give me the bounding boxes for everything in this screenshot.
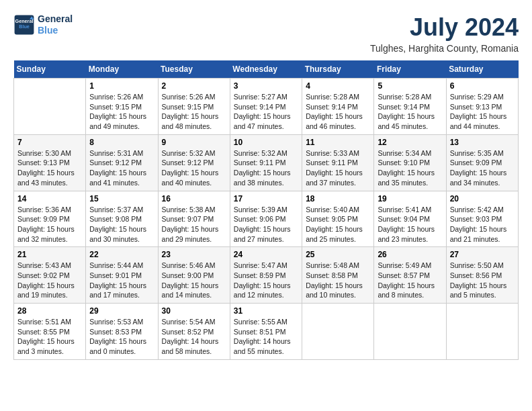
day-info: Sunrise: 5:46 AM Sunset: 9:00 PM Dayligh…	[162, 261, 226, 300]
day-number: 1	[89, 81, 154, 91]
weekday-header-wednesday: Wednesday	[230, 60, 302, 79]
day-number: 21	[17, 250, 82, 259]
calendar-cell: 12Sunrise: 5:34 AM Sunset: 9:10 PM Dayli…	[374, 134, 446, 191]
day-info: Sunrise: 5:49 AM Sunset: 8:57 PM Dayligh…	[378, 261, 442, 300]
day-info: Sunrise: 5:48 AM Sunset: 8:58 PM Dayligh…	[306, 261, 370, 300]
weekday-header-sunday: Sunday	[14, 60, 86, 79]
day-info: Sunrise: 5:34 AM Sunset: 9:10 PM Dayligh…	[378, 148, 442, 188]
week-row-2: 7Sunrise: 5:30 AM Sunset: 9:13 PM Daylig…	[14, 134, 519, 191]
header: General Blue General Blue July 2024 Tulg…	[13, 13, 519, 54]
weekday-header-thursday: Thursday	[302, 60, 374, 79]
calendar-cell: 31Sunrise: 5:55 AM Sunset: 8:51 PM Dayli…	[230, 304, 302, 360]
day-info: Sunrise: 5:55 AM Sunset: 8:51 PM Dayligh…	[234, 317, 298, 357]
calendar-cell	[374, 304, 446, 360]
calendar-cell	[446, 304, 518, 360]
day-info: Sunrise: 5:41 AM Sunset: 9:04 PM Dayligh…	[378, 205, 442, 244]
day-number: 15	[89, 194, 154, 203]
calendar-cell: 25Sunrise: 5:48 AM Sunset: 8:58 PM Dayli…	[302, 247, 374, 304]
calendar-cell: 23Sunrise: 5:46 AM Sunset: 9:00 PM Dayli…	[158, 247, 230, 304]
day-info: Sunrise: 5:51 AM Sunset: 8:55 PM Dayligh…	[17, 317, 82, 357]
day-number: 12	[378, 138, 442, 147]
week-row-4: 21Sunrise: 5:43 AM Sunset: 9:02 PM Dayli…	[14, 247, 519, 304]
calendar-cell: 9Sunrise: 5:32 AM Sunset: 9:12 PM Daylig…	[158, 134, 230, 191]
day-number: 29	[89, 306, 154, 316]
day-info: Sunrise: 5:32 AM Sunset: 9:12 PM Dayligh…	[162, 148, 226, 188]
day-info: Sunrise: 5:40 AM Sunset: 9:05 PM Dayligh…	[306, 205, 370, 244]
calendar-cell: 5Sunrise: 5:28 AM Sunset: 9:14 PM Daylig…	[374, 79, 446, 135]
calendar-cell: 4Sunrise: 5:28 AM Sunset: 9:14 PM Daylig…	[302, 79, 374, 135]
calendar-cell: 15Sunrise: 5:37 AM Sunset: 9:08 PM Dayli…	[86, 191, 158, 247]
day-info: Sunrise: 5:35 AM Sunset: 9:09 PM Dayligh…	[450, 148, 515, 188]
day-info: Sunrise: 5:54 AM Sunset: 8:52 PM Dayligh…	[162, 317, 226, 357]
calendar-cell: 13Sunrise: 5:35 AM Sunset: 9:09 PM Dayli…	[446, 134, 518, 191]
day-number: 8	[89, 138, 154, 147]
week-row-3: 14Sunrise: 5:36 AM Sunset: 9:09 PM Dayli…	[14, 191, 519, 247]
calendar-cell: 8Sunrise: 5:31 AM Sunset: 9:12 PM Daylig…	[86, 134, 158, 191]
day-number: 11	[306, 138, 370, 147]
day-info: Sunrise: 5:39 AM Sunset: 9:06 PM Dayligh…	[234, 205, 298, 244]
day-info: Sunrise: 5:47 AM Sunset: 8:59 PM Dayligh…	[234, 261, 298, 300]
title-block: July 2024 Tulghes, Harghita County, Roma…	[370, 13, 519, 54]
month-title: July 2024	[370, 13, 519, 42]
calendar-cell: 27Sunrise: 5:50 AM Sunset: 8:56 PM Dayli…	[446, 247, 518, 304]
day-number: 4	[306, 81, 370, 91]
day-number: 20	[450, 194, 515, 203]
day-number: 31	[234, 306, 298, 316]
calendar-table: SundayMondayTuesdayWednesdayThursdayFrid…	[13, 60, 519, 360]
day-info: Sunrise: 5:42 AM Sunset: 9:03 PM Dayligh…	[450, 205, 515, 244]
day-number: 13	[450, 138, 515, 147]
calendar-cell: 24Sunrise: 5:47 AM Sunset: 8:59 PM Dayli…	[230, 247, 302, 304]
day-number: 26	[378, 250, 442, 259]
weekday-header-friday: Friday	[374, 60, 446, 79]
day-number: 10	[234, 138, 298, 147]
calendar-cell: 30Sunrise: 5:54 AM Sunset: 8:52 PM Dayli…	[158, 304, 230, 360]
day-number: 5	[378, 81, 442, 91]
location: Tulghes, Harghita County, Romania	[370, 43, 519, 54]
day-number: 22	[89, 250, 154, 259]
day-info: Sunrise: 5:44 AM Sunset: 9:01 PM Dayligh…	[89, 261, 154, 300]
day-number: 14	[17, 194, 82, 203]
logo-text: General Blue	[38, 13, 73, 36]
day-info: Sunrise: 5:27 AM Sunset: 9:14 PM Dayligh…	[234, 92, 298, 132]
day-info: Sunrise: 5:43 AM Sunset: 9:02 PM Dayligh…	[17, 261, 82, 300]
calendar-cell: 1Sunrise: 5:26 AM Sunset: 9:15 PM Daylig…	[86, 79, 158, 135]
week-row-1: 1Sunrise: 5:26 AM Sunset: 9:15 PM Daylig…	[14, 79, 519, 135]
day-number: 2	[162, 81, 226, 91]
calendar-cell: 6Sunrise: 5:29 AM Sunset: 9:13 PM Daylig…	[446, 79, 518, 135]
day-info: Sunrise: 5:31 AM Sunset: 9:12 PM Dayligh…	[89, 148, 154, 188]
calendar-cell: 18Sunrise: 5:40 AM Sunset: 9:05 PM Dayli…	[302, 191, 374, 247]
day-info: Sunrise: 5:36 AM Sunset: 9:09 PM Dayligh…	[17, 205, 82, 244]
day-info: Sunrise: 5:50 AM Sunset: 8:56 PM Dayligh…	[450, 261, 515, 300]
calendar-cell	[302, 304, 374, 360]
calendar-cell: 10Sunrise: 5:32 AM Sunset: 9:11 PM Dayli…	[230, 134, 302, 191]
day-info: Sunrise: 5:37 AM Sunset: 9:08 PM Dayligh…	[89, 205, 154, 244]
day-info: Sunrise: 5:28 AM Sunset: 9:14 PM Dayligh…	[306, 92, 370, 132]
day-number: 16	[162, 194, 226, 203]
calendar-cell: 19Sunrise: 5:41 AM Sunset: 9:04 PM Dayli…	[374, 191, 446, 247]
day-info: Sunrise: 5:32 AM Sunset: 9:11 PM Dayligh…	[234, 148, 298, 188]
calendar-cell	[14, 79, 86, 135]
day-number: 9	[162, 138, 226, 147]
day-number: 25	[306, 250, 370, 259]
weekday-header-saturday: Saturday	[446, 60, 518, 79]
calendar-cell: 7Sunrise: 5:30 AM Sunset: 9:13 PM Daylig…	[14, 134, 86, 191]
day-info: Sunrise: 5:26 AM Sunset: 9:15 PM Dayligh…	[162, 92, 226, 132]
calendar-cell: 21Sunrise: 5:43 AM Sunset: 9:02 PM Dayli…	[14, 247, 86, 304]
calendar-cell: 14Sunrise: 5:36 AM Sunset: 9:09 PM Dayli…	[14, 191, 86, 247]
day-number: 30	[162, 306, 226, 316]
day-info: Sunrise: 5:28 AM Sunset: 9:14 PM Dayligh…	[378, 92, 442, 132]
day-info: Sunrise: 5:53 AM Sunset: 8:53 PM Dayligh…	[89, 317, 154, 357]
day-number: 27	[450, 250, 515, 259]
day-number: 19	[378, 194, 442, 203]
day-number: 28	[17, 306, 82, 316]
calendar-cell: 2Sunrise: 5:26 AM Sunset: 9:15 PM Daylig…	[158, 79, 230, 135]
day-number: 6	[450, 81, 515, 91]
week-row-5: 28Sunrise: 5:51 AM Sunset: 8:55 PM Dayli…	[14, 304, 519, 360]
calendar-cell: 16Sunrise: 5:38 AM Sunset: 9:07 PM Dayli…	[158, 191, 230, 247]
svg-text:Blue: Blue	[19, 24, 30, 30]
calendar-cell: 29Sunrise: 5:53 AM Sunset: 8:53 PM Dayli…	[86, 304, 158, 360]
weekday-header-monday: Monday	[86, 60, 158, 79]
day-number: 3	[234, 81, 298, 91]
logo: General Blue General Blue	[13, 13, 73, 36]
calendar-cell: 11Sunrise: 5:33 AM Sunset: 9:11 PM Dayli…	[302, 134, 374, 191]
